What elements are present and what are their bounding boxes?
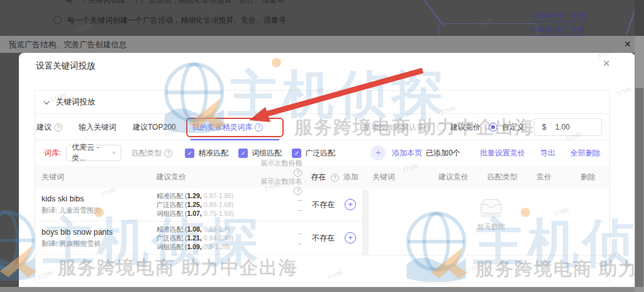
add-keyword-icon[interactable]: +	[345, 199, 356, 210]
chevron-down-icon: ∨	[112, 150, 116, 155]
exist-cell: 不存在	[306, 199, 343, 210]
checkbox-checked-icon[interactable]: ✓	[185, 149, 194, 158]
exist-cell: 不存在	[306, 233, 343, 244]
asin-expand-group-link[interactable]: ASIN拓展广告组	[530, 25, 585, 36]
help-icon[interactable]: ?	[294, 169, 302, 177]
checkbox-label: 广泛匹配	[305, 148, 335, 159]
screenshot-root: { "background": { "row1": "每一个关键词创建一个广告活…	[0, 0, 644, 292]
suggested-bid-cell: 精准匹配 (1.08, 0.83-1.4)广泛匹配 (1.21, 0.94-1.…	[152, 225, 258, 251]
radio-unselected-icon[interactable]	[53, 16, 62, 24]
selected-keywords-panel: 暂无数据	[369, 188, 611, 256]
keyword-cell: boys bib snow pants翻译: 男孩围兜雪裤	[35, 228, 152, 249]
asin-precise-group-link[interactable]: ASIN精准广告组	[531, 11, 587, 22]
tab-label: 我的卖家精灵词库	[192, 122, 252, 133]
custom-bid-input[interactable]: $ 1.00	[534, 118, 602, 136]
keyword-text: kids ski bibs	[42, 194, 152, 203]
checkbox-label: 词组匹配	[252, 148, 282, 159]
background-option-text-clipped: 每一个关键词创建一个广告活动，精细化管理预算、竞价、流量等	[65, 0, 284, 6]
right-header-1: 关键词	[367, 172, 433, 182]
banner-close-icon[interactable]: ✕	[624, 39, 631, 49]
keyword-targeting-section: 关键词投放 建议?输入关键词建议TOP200我的卖家精灵词库? 新增投放的默认竞…	[35, 90, 610, 283]
custom-bid-value: 1.00	[555, 123, 570, 132]
keyword-text: boys bib snow pants	[42, 228, 152, 237]
impression-cell: ----	[258, 228, 306, 248]
currency-symbol: $	[542, 123, 547, 132]
help-icon[interactable]: ?	[331, 174, 339, 182]
tab-list: 建议?输入关键词建议TOP200我的卖家精灵词库?	[36, 114, 279, 140]
added-count: 已添加0个	[426, 148, 460, 159]
table-row: kids ski bibs翻译: 儿童滑雪围兜精准匹配 (1.29, 0.97-…	[35, 188, 362, 222]
bid-line: 精准匹配 (1.29, 0.97-1.85)	[157, 191, 258, 200]
tabs-row: 建议?输入关键词建议TOP200我的卖家精灵词库? 新增投放的默认竞价 建议竞价…	[35, 114, 609, 140]
help-icon[interactable]: ?	[54, 123, 62, 132]
add-page-plus-icon[interactable]: +	[370, 145, 386, 160]
flowchart-node-box	[438, 23, 538, 36]
section-header[interactable]: 关键词投放	[35, 91, 609, 114]
modal-close-icon[interactable]: ✕	[602, 58, 611, 69]
help-icon[interactable]: ?	[164, 149, 172, 157]
right-header-5: 删除	[575, 172, 609, 182]
default-bid-label: 新增投放的默认竞价	[364, 122, 431, 133]
add-keyword-icon[interactable]: +	[345, 232, 356, 244]
background-option-text: 每一个关键词创建一个广告活动，精细化管理预算、竞价、流量等	[67, 15, 286, 26]
tab-label: 输入关键词	[79, 122, 116, 133]
table-row: boys bib snow pants翻译: 男孩围兜雪裤精准匹配 (1.08,…	[35, 222, 362, 255]
bulk-actions: 批量设置竞价 导出 全部删除	[480, 148, 601, 159]
tab-3[interactable]: 建议TOP200	[133, 122, 192, 133]
flowchart-connector	[424, 1, 445, 27]
keyword-targeting-modal: 设置关键词投放 ✕ 关键词投放 建议?输入关键词建议TOP200我的卖家精灵词库…	[19, 53, 635, 287]
radio-suggested[interactable]	[437, 123, 446, 132]
radio-label: 建议竞价	[450, 122, 480, 133]
batch-bid-link[interactable]: 批量设置竞价	[480, 148, 525, 159]
tab-label: 建议	[36, 122, 52, 133]
default-bid-controls: 新增投放的默认竞价 建议竞价自定义 $ 1.00	[364, 114, 602, 140]
impression-rank-value: --	[258, 205, 302, 215]
tables-area: 关键词 建议竞价 展示次数份额? 展示次数排名? 存在 ? 添加 关键词建议竞价…	[35, 166, 609, 188]
banner-title: 预览广告结构、完善广告创建信息	[9, 40, 127, 50]
right-header-3: 匹配类型	[482, 172, 531, 182]
lexicon-dropdown[interactable]: 优麦云 - 类... ∨	[66, 145, 121, 161]
checkbox-item-3[interactable]: ✓广泛匹配	[292, 148, 335, 159]
impression-cell: ----	[258, 194, 306, 215]
add-page-group: + 添加本页 已添加0个	[370, 145, 460, 160]
impression-share-value: --	[258, 194, 302, 205]
export-link[interactable]: 导出	[540, 148, 555, 159]
checkbox-checked-icon[interactable]: ✓	[238, 149, 248, 158]
add-cell: +	[343, 199, 362, 210]
keyword-translation: 翻译: 儿童滑雪围兜	[42, 206, 152, 215]
impression-rank-value: --	[258, 238, 302, 248]
bid-line: 精准匹配 (1.08, 0.83-1.4)	[157, 225, 258, 233]
lexicon-toolbar: 词库: 优麦云 - 类... ∨ 匹配类型 ? ✓精准匹配✓词组匹配✓广泛匹配 …	[35, 140, 609, 166]
header-add: 添加	[342, 172, 361, 182]
radio-custom[interactable]	[489, 123, 497, 132]
section-title: 关键词投放	[56, 97, 96, 108]
suggestion-table: kids ski bibs翻译: 儿童滑雪围兜精准匹配 (1.29, 0.97-…	[35, 188, 362, 255]
header-keyword: 关键词	[35, 172, 151, 182]
chevron-down-icon	[43, 98, 50, 104]
add-page-link[interactable]: 添加本页	[392, 148, 422, 159]
add-cell: +	[343, 232, 362, 244]
delete-all-link[interactable]: 全部删除	[570, 148, 601, 159]
bid-line: 广泛匹配 (1.25, 0.89-1.68)	[157, 200, 258, 209]
checkbox-label: 精准匹配	[198, 148, 228, 159]
tab-4[interactable]: 我的卖家精灵词库?	[192, 122, 279, 133]
checkbox-item-1[interactable]: ✓精准匹配	[185, 148, 228, 159]
table-header-row: 关键词 建议竞价 展示次数份额? 展示次数排名? 存在 ? 添加 关键词建议竞价…	[35, 166, 609, 188]
empty-text: 暂无数据	[466, 222, 516, 232]
checkbox-item-2[interactable]: ✓词组匹配	[238, 148, 282, 159]
preview-banner: 预览广告结构、完善广告创建信息 ✕	[0, 36, 644, 53]
scrollbar-thumb[interactable]	[635, 88, 643, 287]
help-icon[interactable]: ?	[255, 123, 263, 132]
empty-state: 暂无数据	[466, 196, 516, 232]
modal-title: 设置关键词投放	[36, 60, 96, 72]
keyword-translation: 翻译: 男孩围兜雪裤	[42, 239, 152, 249]
radio-label: 自定义	[502, 122, 525, 133]
checkbox-checked-icon[interactable]: ✓	[292, 149, 301, 158]
lexicon-label: 词库:	[44, 148, 61, 159]
keyword-cell: kids ski bibs翻译: 儿童滑雪围兜	[35, 194, 152, 215]
lexicon-selected-value: 优麦云 - 类...	[72, 142, 111, 164]
empty-box-icon	[477, 196, 505, 218]
tab-1[interactable]: 建议?	[36, 122, 79, 133]
tab-2[interactable]: 输入关键词	[79, 122, 133, 133]
header-suggested-bid: 建议竞价	[151, 172, 257, 182]
